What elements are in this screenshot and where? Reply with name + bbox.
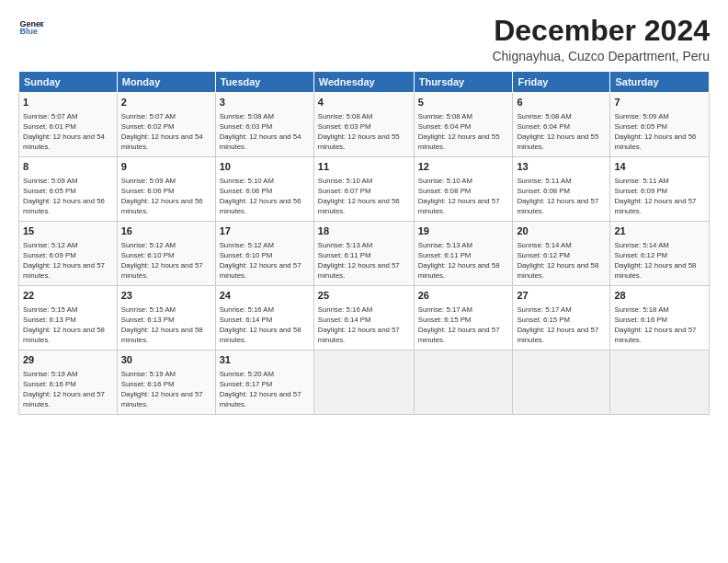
day-info: Sunrise: 5:09 AMSunset: 6:05 PMDaylight:…: [23, 177, 105, 216]
day-number: 5: [418, 96, 509, 109]
calendar-week-row: 15Sunrise: 5:12 AMSunset: 6:09 PMDayligh…: [19, 222, 710, 286]
day-info: Sunrise: 5:11 AMSunset: 6:09 PMDaylight:…: [614, 177, 696, 216]
day-number: 24: [220, 289, 310, 303]
day-number: 21: [614, 224, 705, 238]
svg-text:Blue: Blue: [19, 27, 38, 36]
day-number: 13: [517, 160, 606, 174]
table-row: 18Sunrise: 5:13 AMSunset: 6:11 PMDayligh…: [313, 222, 414, 286]
day-info: Sunrise: 5:09 AMSunset: 6:05 PMDaylight:…: [614, 112, 696, 152]
day-info: Sunrise: 5:08 AMSunset: 6:04 PMDaylight:…: [418, 112, 500, 152]
table-row: 13Sunrise: 5:11 AMSunset: 6:08 PMDayligh…: [513, 157, 610, 222]
col-thursday: Thursday: [414, 72, 513, 93]
calendar-header-row: Sunday Monday Tuesday Wednesday Thursday…: [19, 72, 710, 93]
day-number: 18: [318, 224, 410, 238]
day-info: Sunrise: 5:12 AMSunset: 6:09 PMDaylight:…: [23, 241, 105, 281]
table-row: 4Sunrise: 5:08 AMSunset: 6:03 PMDaylight…: [313, 93, 414, 157]
table-row: 23Sunrise: 5:15 AMSunset: 6:13 PMDayligh…: [117, 286, 215, 350]
main-title: December 2024: [492, 15, 710, 47]
day-info: Sunrise: 5:18 AMSunset: 6:16 PMDaylight:…: [614, 305, 696, 345]
day-number: 27: [517, 289, 606, 303]
day-number: 14: [614, 160, 705, 174]
calendar-week-row: 29Sunrise: 5:19 AMSunset: 6:16 PMDayligh…: [19, 350, 710, 415]
day-info: Sunrise: 5:08 AMSunset: 6:03 PMDaylight:…: [220, 112, 301, 152]
table-row: 12Sunrise: 5:10 AMSunset: 6:08 PMDayligh…: [414, 157, 513, 222]
day-info: Sunrise: 5:12 AMSunset: 6:10 PMDaylight:…: [220, 241, 301, 281]
day-info: Sunrise: 5:10 AMSunset: 6:07 PMDaylight:…: [318, 177, 400, 216]
day-number: 12: [418, 160, 509, 174]
day-info: Sunrise: 5:07 AMSunset: 6:01 PMDaylight:…: [23, 112, 105, 152]
title-block: December 2024 Chignayhua, Cuzco Departme…: [492, 15, 710, 63]
day-number: 2: [121, 96, 211, 109]
day-number: 11: [318, 160, 410, 174]
logo-icon: General Blue: [18, 15, 44, 40]
day-info: Sunrise: 5:16 AMSunset: 6:14 PMDaylight:…: [318, 305, 400, 345]
table-row: 3Sunrise: 5:08 AMSunset: 6:03 PMDaylight…: [215, 93, 313, 157]
day-info: Sunrise: 5:15 AMSunset: 6:13 PMDaylight:…: [121, 305, 203, 345]
day-info: Sunrise: 5:16 AMSunset: 6:14 PMDaylight:…: [220, 305, 301, 345]
day-info: Sunrise: 5:13 AMSunset: 6:11 PMDaylight:…: [418, 241, 500, 281]
table-row: 22Sunrise: 5:15 AMSunset: 6:13 PMDayligh…: [19, 286, 118, 350]
day-info: Sunrise: 5:17 AMSunset: 6:15 PMDaylight:…: [418, 305, 500, 345]
day-number: 30: [121, 353, 211, 367]
table-row: 30Sunrise: 5:19 AMSunset: 6:16 PMDayligh…: [117, 350, 215, 415]
table-row: 20Sunrise: 5:14 AMSunset: 6:12 PMDayligh…: [513, 222, 610, 286]
table-row: 15Sunrise: 5:12 AMSunset: 6:09 PMDayligh…: [19, 222, 118, 286]
calendar-week-row: 8Sunrise: 5:09 AMSunset: 6:05 PMDaylight…: [19, 157, 710, 222]
table-row: [414, 350, 513, 415]
col-friday: Friday: [513, 72, 610, 93]
calendar-week-row: 22Sunrise: 5:15 AMSunset: 6:13 PMDayligh…: [19, 286, 710, 350]
table-row: 21Sunrise: 5:14 AMSunset: 6:12 PMDayligh…: [610, 222, 710, 286]
day-number: 3: [220, 96, 310, 109]
day-number: 7: [614, 96, 705, 109]
logo: General Blue: [18, 15, 44, 40]
table-row: 26Sunrise: 5:17 AMSunset: 6:15 PMDayligh…: [414, 286, 513, 350]
table-row: 25Sunrise: 5:16 AMSunset: 6:14 PMDayligh…: [313, 286, 414, 350]
day-number: 20: [517, 224, 606, 238]
table-row: 8Sunrise: 5:09 AMSunset: 6:05 PMDaylight…: [19, 157, 118, 222]
header: General Blue December 2024 Chignayhua, C…: [18, 15, 710, 63]
day-info: Sunrise: 5:13 AMSunset: 6:11 PMDaylight:…: [318, 241, 400, 281]
day-number: 1: [23, 96, 113, 109]
col-tuesday: Tuesday: [215, 72, 313, 93]
day-number: 10: [220, 160, 310, 174]
day-info: Sunrise: 5:11 AMSunset: 6:08 PMDaylight:…: [517, 177, 598, 216]
table-row: 2Sunrise: 5:07 AMSunset: 6:02 PMDaylight…: [117, 93, 215, 157]
col-wednesday: Wednesday: [313, 72, 414, 93]
day-number: 17: [220, 224, 310, 238]
table-row: 7Sunrise: 5:09 AMSunset: 6:05 PMDaylight…: [610, 93, 710, 157]
table-row: 11Sunrise: 5:10 AMSunset: 6:07 PMDayligh…: [313, 157, 414, 222]
day-info: Sunrise: 5:17 AMSunset: 6:15 PMDaylight:…: [517, 305, 598, 345]
table-row: 14Sunrise: 5:11 AMSunset: 6:09 PMDayligh…: [610, 157, 710, 222]
day-number: 22: [23, 289, 113, 303]
table-row: 27Sunrise: 5:17 AMSunset: 6:15 PMDayligh…: [513, 286, 610, 350]
day-number: 23: [121, 289, 211, 303]
day-info: Sunrise: 5:07 AMSunset: 6:02 PMDaylight:…: [121, 112, 203, 152]
page: General Blue December 2024 Chignayhua, C…: [0, 0, 728, 563]
day-info: Sunrise: 5:08 AMSunset: 6:04 PMDaylight:…: [517, 112, 598, 152]
day-info: Sunrise: 5:12 AMSunset: 6:10 PMDaylight:…: [121, 241, 203, 281]
col-sunday: Sunday: [19, 72, 118, 93]
table-row: 16Sunrise: 5:12 AMSunset: 6:10 PMDayligh…: [117, 222, 215, 286]
calendar-table: Sunday Monday Tuesday Wednesday Thursday…: [18, 71, 710, 415]
table-row: 6Sunrise: 5:08 AMSunset: 6:04 PMDaylight…: [513, 93, 610, 157]
day-info: Sunrise: 5:20 AMSunset: 6:17 PMDaylight:…: [220, 370, 301, 409]
day-info: Sunrise: 5:19 AMSunset: 6:16 PMDaylight:…: [121, 370, 203, 409]
day-number: 28: [614, 289, 705, 303]
day-number: 25: [318, 289, 410, 303]
day-number: 19: [418, 224, 509, 238]
table-row: 29Sunrise: 5:19 AMSunset: 6:16 PMDayligh…: [19, 350, 118, 415]
calendar-week-row: 1Sunrise: 5:07 AMSunset: 6:01 PMDaylight…: [19, 93, 710, 157]
subtitle: Chignayhua, Cuzco Department, Peru: [492, 49, 710, 63]
table-row: 17Sunrise: 5:12 AMSunset: 6:10 PMDayligh…: [215, 222, 313, 286]
table-row: 5Sunrise: 5:08 AMSunset: 6:04 PMDaylight…: [414, 93, 513, 157]
table-row: [313, 350, 414, 415]
day-number: 8: [23, 160, 113, 174]
day-number: 4: [318, 96, 410, 109]
day-info: Sunrise: 5:19 AMSunset: 6:16 PMDaylight:…: [23, 370, 105, 409]
day-number: 31: [220, 353, 310, 367]
day-number: 16: [121, 224, 211, 238]
day-info: Sunrise: 5:14 AMSunset: 6:12 PMDaylight:…: [517, 241, 598, 281]
table-row: 1Sunrise: 5:07 AMSunset: 6:01 PMDaylight…: [19, 93, 118, 157]
table-row: [610, 350, 710, 415]
day-info: Sunrise: 5:15 AMSunset: 6:13 PMDaylight:…: [23, 305, 105, 345]
